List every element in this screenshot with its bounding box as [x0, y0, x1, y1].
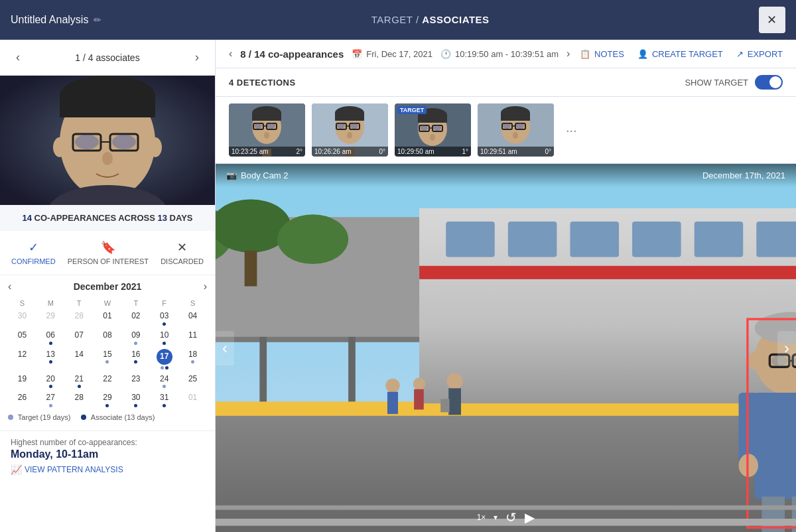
svg-rect-89 [755, 393, 796, 499]
nav-associates[interactable]: ASSOCIATES [422, 14, 489, 25]
svg-rect-69 [508, 222, 557, 257]
prev-associate-button[interactable]: ‹ [11, 48, 25, 67]
calendar-next-button[interactable]: › [204, 281, 207, 293]
cal-day-m: M [36, 298, 65, 308]
person-of-interest-button[interactable]: 🔖 PERSON OF INTEREST [62, 237, 154, 268]
calendar-week-3: 12 13 14 15 16 17 18 [8, 347, 207, 371]
cal-cell[interactable]: 31 [150, 390, 178, 409]
cal-cell[interactable]: 30 [121, 390, 150, 409]
cal-cell[interactable]: 15 [94, 347, 122, 371]
cal-cell[interactable]: 26 [8, 390, 36, 409]
cal-cell[interactable]: 28 [65, 390, 94, 409]
bookmark-icon: 🔖 [101, 240, 115, 255]
calendar-header: ‹ December 2021 › [8, 281, 207, 293]
cal-cell[interactable]: 03 [150, 308, 178, 328]
edit-title-icon[interactable]: ✏ [94, 15, 101, 25]
cal-cell[interactable]: 04 [178, 308, 207, 328]
nav-target[interactable]: TARGET [371, 14, 413, 25]
cal-cell[interactable]: 12 [8, 347, 36, 371]
cal-cell[interactable]: 19 [8, 371, 36, 391]
cal-cell[interactable]: 09 [121, 328, 150, 347]
svg-point-8 [112, 135, 136, 149]
cal-cell[interactable]: 07 [65, 328, 94, 347]
detection-thumb-1[interactable]: 10:23:25 am 2° [229, 103, 305, 157]
cal-cell[interactable]: 21 [65, 371, 94, 391]
calendar-week-2: 05 06 07 08 09 10 11 [8, 328, 207, 347]
cal-cell[interactable]: 24 [150, 371, 178, 391]
video-next-button[interactable]: › [777, 331, 796, 366]
cal-cell[interactable]: 30 [8, 308, 36, 328]
cal-cell[interactable]: 29 [36, 308, 65, 328]
more-options-icon[interactable]: ··· [566, 123, 577, 138]
detections-strip: 10:23:25 am 2° [216, 97, 796, 164]
detection-3-time: 10:29:50 am [397, 148, 434, 155]
show-target-label: SHOW TARGET [685, 78, 748, 88]
right-toolbar: ‹ 8 / 14 co-appearances 📅 Fri, Dec 17, 2… [216, 40, 796, 68]
highest-coappearance: Highest number of co-appearances: Monday… [0, 431, 215, 482]
app-header: Untitled Analysis ✏ TARGET / ASSOCIATES … [0, 0, 796, 40]
cal-cell[interactable]: 16 [121, 347, 150, 371]
cal-cell[interactable]: 11 [178, 328, 207, 347]
cal-cell[interactable]: 13 [36, 347, 65, 371]
detection-thumb-3[interactable]: TARGET 10:29:50 am 1° [395, 103, 471, 157]
svg-point-81 [385, 379, 399, 393]
cal-cell-selected[interactable]: 17 [150, 347, 178, 371]
time-range: 10:19:50 am - 10:39:51 am [455, 49, 559, 59]
cal-cell[interactable]: 25 [178, 371, 207, 391]
svg-point-13 [149, 137, 162, 157]
detection-1-time: 10:23:25 am [232, 148, 269, 155]
breadcrumb: TARGET / ASSOCIATES [371, 14, 490, 25]
cal-cell[interactable]: 02 [121, 308, 150, 328]
cal-cell[interactable]: 20 [36, 371, 65, 391]
svg-point-23 [264, 132, 269, 139]
play-button[interactable]: ▶ [525, 509, 535, 525]
export-button[interactable]: ↗ EXPORT [736, 49, 783, 59]
detection-thumb-4[interactable]: 10:29:51 am 0° [478, 103, 554, 157]
video-prev-button[interactable]: ‹ [216, 331, 234, 366]
face-image [0, 76, 215, 205]
close-button[interactable]: ✕ [759, 7, 785, 33]
detection-thumb-2[interactable]: 10:26:26 am 0° [312, 103, 388, 157]
export-label: EXPORT [748, 49, 783, 59]
detection-img-4: 10:29:51 am 0° [478, 103, 554, 157]
create-target-button[interactable]: 👤 CREATE TARGET [637, 49, 723, 59]
right-panel: ‹ 8 / 14 co-appearances 📅 Fri, Dec 17, 2… [216, 40, 796, 532]
cal-day-s1: S [8, 298, 36, 308]
cal-cell[interactable]: 22 [94, 371, 122, 391]
detection-1-label: 10:23:25 am 2° [229, 147, 305, 157]
calendar-prev-button[interactable]: ‹ [8, 281, 11, 293]
discarded-button[interactable]: ✕ DISCARDED [155, 237, 209, 268]
cal-cell[interactable]: 29 [94, 390, 122, 409]
cal-cell[interactable]: 06 [36, 328, 65, 347]
view-pattern-button[interactable]: 📈 VIEW PATTERN ANALYSIS [11, 464, 123, 475]
show-target-toggle[interactable] [755, 75, 783, 90]
cal-cell[interactable]: 14 [65, 347, 94, 371]
cal-cell[interactable]: 08 [94, 328, 122, 347]
notes-button[interactable]: 📋 NOTES [580, 49, 624, 59]
svg-rect-84 [414, 389, 424, 410]
cam-name: Body Cam 2 [241, 170, 289, 180]
cal-cell[interactable]: 10 [150, 328, 178, 347]
next-associate-button[interactable]: › [190, 48, 204, 67]
detection-img-2: 10:26:26 am 0° [312, 103, 388, 157]
cal-cell[interactable]: 27 [36, 390, 65, 409]
cal-cell[interactable]: 28 [65, 308, 94, 328]
platform-scene [216, 164, 796, 532]
next-coappearance-button[interactable]: › [566, 48, 570, 60]
video-date: December 17th, 2021 [702, 170, 785, 180]
replay-button[interactable]: ↺ [505, 509, 517, 525]
detection-1-score: 2° [296, 148, 302, 155]
co-appearances-days: 13 [157, 213, 166, 223]
discarded-label: DISCARDED [161, 257, 204, 265]
cal-cell[interactable]: 05 [8, 328, 36, 347]
detection-4-label: 10:29:51 am 0° [478, 147, 554, 157]
cal-cell[interactable]: 18 [178, 347, 207, 371]
cal-cell[interactable]: 23 [121, 371, 150, 391]
notes-icon: 📋 [580, 49, 590, 59]
svg-point-83 [413, 377, 426, 390]
cal-cell[interactable]: 01 [178, 390, 207, 409]
prev-coappearance-button[interactable]: ‹ [229, 48, 232, 60]
calendar-title: December 2021 [74, 281, 142, 292]
cal-cell[interactable]: 01 [94, 308, 122, 328]
confirmed-button[interactable]: ✓ CONFIRMED [6, 237, 61, 268]
